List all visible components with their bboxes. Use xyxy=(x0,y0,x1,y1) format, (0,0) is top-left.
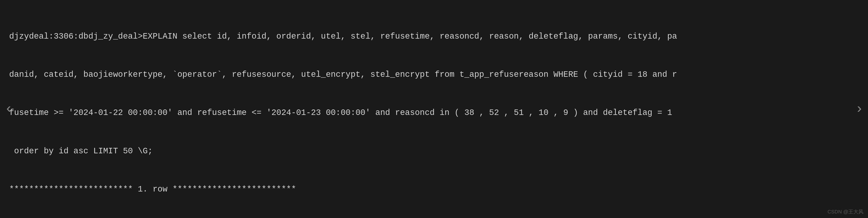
watermark: CSDN @王大风 xyxy=(828,208,863,216)
output-line-2: danid, cateid, baojieworkertype, `operat… xyxy=(9,68,859,81)
output-line-5: ************************* 1. row *******… xyxy=(9,183,859,196)
output-line-3: fusetime >= '2024-01-22 00:00:00' and re… xyxy=(9,107,859,119)
terminal-window: ‹ › djzydeal:3306:dbdj_zy_deal>EXPLAIN s… xyxy=(0,0,868,218)
terminal-content: djzydeal:3306:dbdj_zy_deal>EXPLAIN selec… xyxy=(9,5,859,218)
nav-right-arrow[interactable]: › xyxy=(850,96,868,122)
nav-left-arrow[interactable]: ‹ xyxy=(0,96,18,122)
output-line-1: djzydeal:3306:dbdj_zy_deal>EXPLAIN selec… xyxy=(9,30,859,43)
output-line-4: order by id asc LIMIT 50 \G; xyxy=(9,145,859,158)
